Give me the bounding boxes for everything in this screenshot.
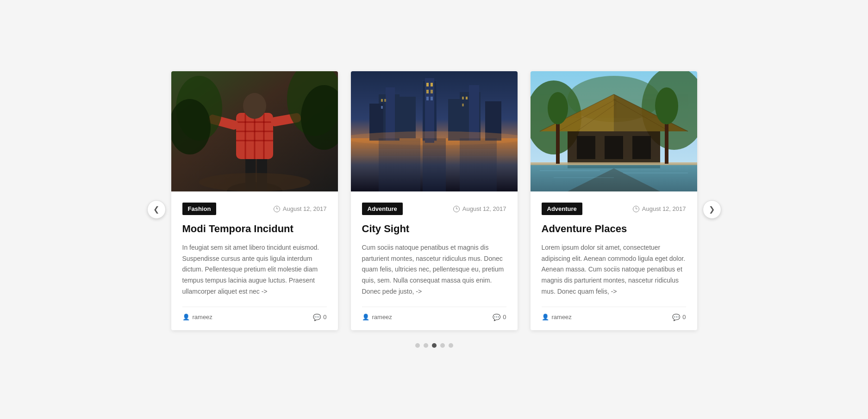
card-3-category[interactable]: Adventure [542, 203, 582, 215]
svg-rect-46 [460, 138, 497, 191]
card-1-title[interactable]: Modi Tempora Incidunt [182, 222, 327, 236]
card-2-comments: 💬 0 [493, 314, 506, 321]
user-icon: 👤 [182, 314, 190, 320]
svg-rect-24 [431, 83, 433, 86]
card-1-date: August 12, 2017 [274, 205, 327, 212]
dot-2[interactable] [424, 343, 428, 348]
card-2-author-name: rameez [372, 314, 392, 320]
comment-icon-3: 💬 [672, 314, 680, 321]
card-3-author-name: rameez [552, 314, 572, 320]
card-adventure: Adventure August 12, 2017 Adventure Plac… [531, 71, 697, 330]
card-3-text: Lorem ipsum dolor sit amet, consectetuer… [542, 242, 686, 297]
comment-icon-2: 💬 [493, 314, 500, 321]
card-3-date-text: August 12, 2017 [642, 205, 686, 212]
svg-point-71 [655, 87, 678, 124]
card-2-date-text: August 12, 2017 [462, 205, 506, 212]
prev-arrow-button[interactable]: ❮ [147, 200, 166, 219]
card-3-author: 👤 rameez [542, 314, 572, 320]
chevron-right-icon: ❯ [709, 205, 715, 214]
cards-container: Fashion August 12, 2017 Modi Tempora Inc… [156, 71, 712, 330]
svg-rect-44 [423, 138, 446, 191]
card-2-title[interactable]: City Sight [362, 222, 506, 236]
card-1-footer: 👤 rameez 💬 0 [182, 307, 327, 321]
card-2-footer: 👤 rameez 💬 0 [362, 307, 506, 321]
svg-point-18 [199, 173, 310, 191]
user-icon-3: 👤 [542, 314, 549, 320]
carousel: ❮ [156, 71, 712, 348]
svg-point-69 [548, 92, 568, 124]
card-3-title[interactable]: Adventure Places [542, 222, 686, 236]
card-2-comment-count: 0 [503, 314, 506, 320]
svg-rect-45 [379, 138, 420, 191]
card-2-category[interactable]: Adventure [362, 203, 403, 215]
chevron-left-icon: ❮ [153, 205, 159, 214]
card-1-text: In feugiat sem sit amet libero tincidunt… [182, 242, 327, 297]
card-3-date: August 12, 2017 [633, 205, 686, 212]
clock-icon [274, 206, 280, 212]
card-3-comment-count: 0 [682, 314, 686, 320]
svg-rect-37 [381, 99, 383, 102]
svg-point-13 [243, 93, 266, 119]
card-2-text: Cum sociis natoque penatibus et magnis d… [362, 242, 506, 297]
card-3-footer: 👤 rameez 💬 0 [542, 307, 686, 321]
dots-container [156, 343, 712, 348]
clock-icon-2 [453, 206, 460, 212]
card-2-meta: Adventure August 12, 2017 [362, 203, 506, 215]
card-1-comments: 💬 0 [313, 314, 326, 321]
card-1-author: 👤 rameez [182, 314, 212, 320]
card-city: Adventure August 12, 2017 City Sight Cum… [351, 71, 518, 330]
dot-1[interactable] [415, 343, 420, 348]
dot-5[interactable] [449, 343, 453, 348]
card-1-comment-count: 0 [323, 314, 326, 320]
card-2-date: August 12, 2017 [453, 205, 506, 212]
svg-rect-39 [381, 106, 383, 109]
svg-rect-67 [531, 162, 697, 165]
clock-icon-3 [633, 206, 639, 212]
card-1-body: Fashion August 12, 2017 Modi Tempora Inc… [171, 193, 338, 330]
card-3-comments: 💬 0 [672, 314, 686, 321]
card-fashion: Fashion August 12, 2017 Modi Tempora Inc… [171, 71, 338, 330]
user-icon-2: 👤 [362, 314, 369, 320]
comment-icon: 💬 [313, 314, 321, 321]
svg-rect-25 [426, 90, 429, 93]
svg-rect-27 [426, 97, 429, 100]
card-1-category[interactable]: Fashion [182, 203, 217, 215]
card-image-adventure [531, 71, 697, 193]
card-1-meta: Fashion August 12, 2017 [182, 203, 327, 215]
card-2-author: 👤 rameez [362, 314, 392, 320]
svg-rect-42 [462, 104, 464, 106]
card-image-city [351, 71, 518, 193]
svg-rect-23 [426, 83, 429, 86]
svg-rect-28 [431, 97, 433, 100]
card-3-meta: Adventure August 12, 2017 [542, 203, 686, 215]
svg-rect-63 [605, 136, 623, 159]
svg-rect-38 [384, 99, 386, 102]
card-3-body: Adventure August 12, 2017 Adventure Plac… [531, 193, 697, 330]
card-2-body: Adventure August 12, 2017 City Sight Cum… [351, 193, 518, 330]
svg-rect-26 [431, 90, 433, 93]
svg-rect-64 [632, 136, 651, 159]
svg-rect-62 [577, 136, 595, 159]
dot-4[interactable] [440, 343, 445, 348]
next-arrow-button[interactable]: ❯ [703, 200, 721, 219]
dot-3[interactable] [432, 343, 437, 348]
svg-rect-40 [462, 97, 464, 99]
card-1-date-text: August 12, 2017 [283, 205, 327, 212]
card-image-fashion [171, 71, 338, 193]
svg-rect-41 [466, 97, 468, 99]
card-1-author-name: rameez [193, 314, 212, 320]
